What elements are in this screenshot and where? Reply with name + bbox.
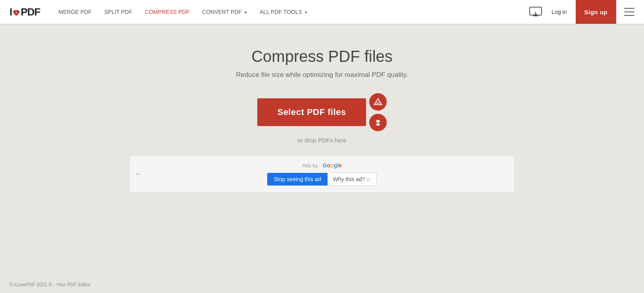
- nav-compress-pdf[interactable]: COMPRESS PDF: [139, 6, 195, 18]
- header-right: Log in Sign up: [528, 0, 634, 24]
- google-label: Google: [323, 162, 342, 169]
- nav-merge-pdf[interactable]: MERGE PDF: [53, 6, 97, 18]
- ads-container: ← Ads by Google Stop seeing this ad Why …: [129, 155, 515, 193]
- convert-caret-icon: ▾: [245, 10, 247, 15]
- why-ad-button[interactable]: Why this ad? ▷: [328, 172, 377, 186]
- svg-rect-1: [533, 15, 538, 16]
- logo-text: I PDF: [10, 6, 40, 18]
- signup-button[interactable]: Sign up: [576, 0, 617, 24]
- ads-back-arrow[interactable]: ←: [135, 170, 142, 178]
- nav-all-tools[interactable]: ALL PDF TOOLS ▾: [254, 6, 313, 18]
- hamburger-menu-icon[interactable]: [624, 8, 634, 16]
- desktop-app-icon[interactable]: [528, 6, 543, 18]
- why-ad-icon: ▷: [367, 176, 371, 182]
- select-pdf-button[interactable]: Select PDF files: [257, 98, 366, 126]
- footer: © iLovePDF 2021 ® - Your PDF Editor: [0, 276, 644, 293]
- logo-heart-icon: [12, 9, 21, 17]
- all-tools-caret-icon: ▾: [305, 10, 307, 15]
- stop-ad-button[interactable]: Stop seeing this ad: [267, 173, 327, 186]
- drop-text: or drop PDFs here: [297, 137, 346, 144]
- google-drive-button[interactable]: [369, 93, 387, 111]
- page-subtitle: Reduce file size while optimizing for ma…: [236, 71, 408, 79]
- ads-buttons: Stop seeing this ad Why this ad? ▷: [267, 172, 376, 186]
- login-button[interactable]: Log in: [548, 6, 571, 17]
- header: I PDF MERGE PDF SPLIT PDF COMPRESS PDF C…: [0, 0, 644, 24]
- dropbox-button[interactable]: [369, 114, 387, 131]
- nav-split-pdf[interactable]: SPLIT PDF: [98, 6, 138, 18]
- ads-by-google-label: Ads by Google: [302, 162, 342, 169]
- select-area: Select PDF files: [257, 93, 386, 131]
- copyright-text: © iLovePDF 2021 ® - Your PDF Editor: [10, 282, 91, 287]
- main-content: Compress PDF files Reduce file size whil…: [0, 24, 644, 193]
- cloud-upload-icons: [369, 93, 387, 131]
- main-nav: MERGE PDF SPLIT PDF COMPRESS PDF CONVERT…: [53, 6, 528, 18]
- page-title: Compress PDF files: [251, 48, 393, 65]
- logo[interactable]: I PDF: [10, 6, 40, 18]
- nav-convert-pdf[interactable]: CONVERT PDF ▾: [197, 6, 253, 18]
